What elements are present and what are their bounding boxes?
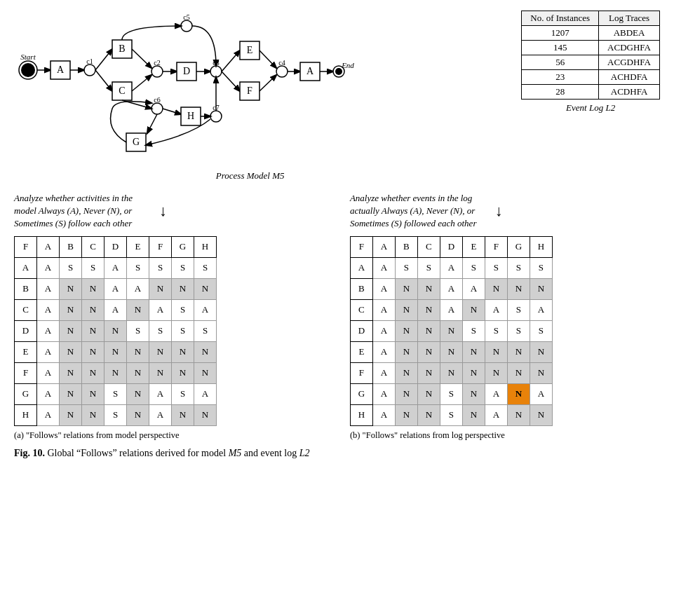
svg-line-14 [132,49,151,68]
analysis-arrow-right: ↓ [495,202,503,220]
instances-cell: 28 [522,85,599,100]
svg-line-9 [95,70,112,91]
col-header-A: A [372,236,395,257]
matrix-cell-E-D: N [440,341,462,362]
svg-point-16 [151,66,163,77]
matrix-cell-G-D: S [440,383,462,404]
svg-line-46 [163,109,181,114]
matrix-cell-D-H: S [194,320,217,341]
matrix-cell-D-H: S [530,320,552,341]
matrix-cell-G-C: N [82,383,105,404]
matrix-cell-B-A: A [372,278,395,299]
svg-line-15 [132,75,151,91]
svg-text:B: B [119,43,125,54]
col-header-C: C [82,236,105,257]
matrix-cell-A-E: S [127,257,149,278]
matrix-right: FABCDEFGHAASSASSSSBANNAANNNCANNANASADANN… [350,236,660,426]
row-header-C: C [15,299,37,320]
process-model-label: Process Model M5 [0,170,507,182]
matrix-cell-G-C: N [417,383,440,404]
col-header-G: G [507,236,530,257]
col-header-E: E [127,236,149,257]
matrix-cell-B-F: N [485,278,507,299]
matrix-cell-A-H: S [530,257,552,278]
matrix-cell-G-H: A [194,383,217,404]
event-log-table: No. of Instances Log Traces 1207ABDEA145… [521,11,660,100]
row-header-B: B [15,278,37,299]
matrix-cell-F-D: N [105,362,127,383]
instances-cell: 23 [522,70,599,85]
matrix-cell-E-F: N [149,341,172,362]
trace-cell: ABDEA [599,26,660,41]
row-header-H: H [350,404,372,425]
svg-line-31 [260,75,276,91]
matrix-left-container-table: FABCDEFGHAASSASSSSBANNAANNNCANNANASADANN… [14,236,217,426]
matrix-corner: F [350,236,372,257]
row-header-D: D [15,320,37,341]
col-header-F: F [149,236,172,257]
process-model-svg: Start A c1 B C [14,11,386,165]
matrix-cell-C-A: A [372,299,395,320]
trace-cell: ACHDFA [599,70,660,85]
figure-caption-bold: Fig. 10. [14,448,45,458]
svg-text:c5: c5 [183,13,189,21]
matrix-cell-B-G: N [172,278,194,299]
svg-line-8 [95,49,112,70]
figure-caption-text: Global “Follows” relations derived for m… [47,448,309,458]
matrix-cell-G-F: A [149,383,172,404]
col-header-H: H [194,236,217,257]
matrix-cell-H-E: N [127,404,149,425]
matrix-cell-F-H: N [194,362,217,383]
svg-text:A: A [306,66,314,76]
row-header-A: A [350,257,372,278]
matrix-cell-C-C: N [417,299,440,320]
matrix-cell-A-G: S [172,257,194,278]
matrix-cell-H-G: N [172,404,194,425]
col-header-F: F [485,236,507,257]
instances-header: No. of Instances [522,11,599,26]
row-header-G: G [15,383,37,404]
matrix-cell-D-D: N [440,320,462,341]
col-header-D: D [105,236,127,257]
matrix-cell-F-G: N [507,362,530,383]
matrix-cell-F-E: N [462,362,485,383]
svg-text:C: C [119,85,125,96]
matrix-cell-D-E: S [127,320,149,341]
svg-text:H: H [187,111,194,121]
trace-cell: ACGDHFA [599,55,660,70]
matrix-cell-A-F: S [149,257,172,278]
figure-caption: Fig. 10. Global “Follows” relations deri… [14,448,660,459]
svg-point-41 [181,20,192,32]
matrix-cell-B-E: A [127,278,149,299]
matrix-cell-E-H: N [194,341,217,362]
svg-point-22 [210,66,222,77]
top-section: Start A c1 B C [14,11,660,182]
matrix-cell-B-C: N [82,278,105,299]
col-header-C: C [417,236,440,257]
matrix-cell-C-E: N [462,299,485,320]
svg-text:D: D [183,66,190,76]
matrix-cell-A-D: A [105,257,127,278]
matrix-cell-E-F: N [485,341,507,362]
matrix-cell-B-B: N [395,278,417,299]
svg-line-55 [147,114,157,133]
matrix-cell-F-F: N [485,362,507,383]
row-header-H: H [15,404,37,425]
matrix-cell-H-A: A [372,404,395,425]
col-header-E: E [462,236,485,257]
matrix-left-wrapper: FABCDEFGHAASSASSSSBANNAANNNCANNANASADANN… [14,236,324,441]
matrix-cell-D-C: N [82,320,105,341]
matrix-cell-D-C: N [417,320,440,341]
row-header-G: G [350,383,372,404]
matrix-left-caption: (a) "Follows" relations from model persp… [14,430,324,441]
matrix-cell-F-A: A [372,362,395,383]
svg-text:E: E [247,45,253,55]
analysis-arrow-left: ↓ [159,202,167,220]
matrix-cell-E-E: N [462,341,485,362]
matrix-cell-D-B: N [60,320,82,341]
matrix-cell-D-E: S [462,320,485,341]
matrix-cell-A-G: S [507,257,530,278]
matrix-corner: F [15,236,37,257]
process-model-area: Start A c1 B C [14,11,507,182]
svg-point-32 [276,66,288,77]
